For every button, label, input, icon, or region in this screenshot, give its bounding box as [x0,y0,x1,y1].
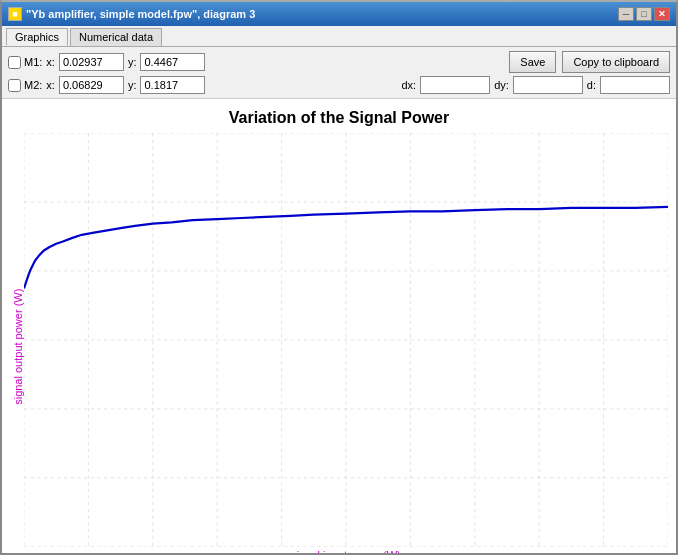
copy-clipboard-button[interactable]: Copy to clipboard [562,51,670,73]
m1-checkbox-label[interactable]: M1: [8,56,42,69]
maximize-button[interactable]: □ [636,7,652,21]
dy-label: dy: [494,79,509,91]
m1-checkbox[interactable] [8,56,21,69]
m1-label: M1: [24,56,42,68]
delta-row: dx: dy: d: [401,76,670,94]
chart-with-xaxis: 0.6 0.5 0.4 0.3 0.2 0.1 0 0 0.01 0.02 0.… [24,133,668,553]
save-button[interactable]: Save [509,51,556,73]
m1-x-input[interactable] [59,53,124,71]
chart-title: Variation of the Signal Power [229,109,449,127]
tab-bar: Graphics Numerical data [2,26,676,47]
d-label: d: [587,79,596,91]
close-button[interactable]: ✕ [654,7,670,21]
m2-y-label: y: [128,79,137,91]
window-title: "Yb amplifier, simple model.fpw", diagra… [26,8,255,20]
marker-m1-row: M1: x: y: [8,53,205,71]
dx-label: dx: [401,79,416,91]
minimize-button[interactable]: ─ [618,7,634,21]
tab-graphics[interactable]: Graphics [6,28,68,46]
main-window: ■ "Yb amplifier, simple model.fpw", diag… [0,0,678,555]
title-buttons: ─ □ ✕ [618,7,670,21]
m2-checkbox[interactable] [8,79,21,92]
m2-x-label: x: [46,79,55,91]
title-bar: ■ "Yb amplifier, simple model.fpw", diag… [2,2,676,26]
m2-label: M2: [24,79,42,91]
window-icon: ■ [8,7,22,21]
title-bar-left: ■ "Yb amplifier, simple model.fpw", diag… [8,7,255,21]
chart-area: signal output power (W) [10,133,668,553]
svg-container: 0.6 0.5 0.4 0.3 0.2 0.1 0 0 0.01 0.02 0.… [24,133,668,547]
dy-input[interactable] [513,76,583,94]
m2-y-input[interactable] [140,76,205,94]
x-axis-label: signal input power (W) [24,549,668,553]
y-axis-label: signal output power (W) [10,133,24,553]
toolbar-row-2: M2: x: y: dx: dy: d: [8,76,670,94]
toolbar: M1: x: y: Save Copy to clipboard M2: x: … [2,47,676,99]
marker-m2-row: M2: x: y: [8,76,205,94]
tab-numerical-data[interactable]: Numerical data [70,28,162,46]
chart-container: Variation of the Signal Power signal out… [2,99,676,553]
m1-x-label: x: [46,56,55,68]
chart-svg: 0.6 0.5 0.4 0.3 0.2 0.1 0 0 0.01 0.02 0.… [24,133,668,547]
m2-checkbox-label[interactable]: M2: [8,79,42,92]
d-input[interactable] [600,76,670,94]
toolbar-row-1: M1: x: y: Save Copy to clipboard [8,51,670,73]
dx-input[interactable] [420,76,490,94]
m2-x-input[interactable] [59,76,124,94]
m1-y-label: y: [128,56,137,68]
m1-y-input[interactable] [140,53,205,71]
